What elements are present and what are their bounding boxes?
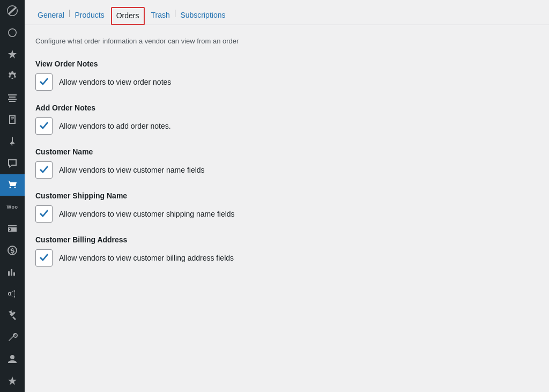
tab-products[interactable]: Products [72,6,106,25]
orders-sidebar-icon[interactable] [0,174,25,196]
analytics-icon[interactable] [0,261,25,283]
checkbox-add-order-notes[interactable] [35,117,53,135]
paint-icon[interactable] [0,22,25,44]
tab-subscriptions[interactable]: Subscriptions [178,6,227,25]
users-icon[interactable] [0,349,25,371]
content-area: Configure what order information a vendo… [25,36,549,290]
tab-trash[interactable]: Trash [149,6,172,25]
tab-general[interactable]: General [35,6,66,25]
page-description: Configure what order information a vendo… [35,36,538,47]
tab-navigation: General | Products Orders Trash | Subscr… [25,0,549,25]
setting-customer-billing-address: Customer Billing Address Allow vendors t… [35,235,538,267]
checkmark-icon [39,253,49,263]
setting-customer-shipping-name: Customer Shipping Name Allow vendors to … [35,191,538,223]
setting-title-customer-shipping-name: Customer Shipping Name [35,191,538,200]
setting-label-customer-shipping-name: Allow vendors to view customer shipping … [59,210,235,218]
setting-row-customer-billing-address: Allow vendors to view customer billing a… [35,249,538,267]
wrench-icon[interactable] [0,327,25,349]
sidebar: Woo [0,0,25,392]
megaphone-icon[interactable] [0,283,25,305]
setting-label-customer-name: Allow vendors to view customer name fiel… [59,166,205,174]
thumbtack-icon[interactable] [0,131,25,153]
checkmark-icon [39,165,49,175]
setting-row-customer-name: Allow vendors to view customer name fiel… [35,161,538,179]
setting-add-order-notes: Add Order Notes Allow vendors to add ord… [35,103,538,135]
setting-customer-name: Customer Name Allow vendors to view cust… [35,147,538,179]
comments-icon[interactable] [0,152,25,174]
setting-row-customer-shipping-name: Allow vendors to view customer shipping … [35,205,538,223]
tab-orders[interactable]: Orders [111,7,145,25]
checkbox-view-order-notes[interactable] [35,73,53,91]
separator-4: | [174,9,176,22]
setting-label-customer-billing-address: Allow vendors to view customer billing a… [59,254,234,262]
setting-row-add-order-notes: Allow vendors to add order notes. [35,117,538,135]
setting-title-customer-billing-address: Customer Billing Address [35,235,538,244]
setting-view-order-notes: View Order Notes Allow vendors to view o… [35,60,538,91]
woo-text: Woo [7,204,18,210]
checkmark-icon [39,209,49,219]
checkbox-customer-shipping-name[interactable] [35,205,53,223]
woo-sidebar-icon[interactable]: Woo [0,196,25,218]
setting-row-view-order-notes: Allow vendors to view order notes [35,73,538,91]
pages-icon[interactable] [0,109,25,131]
checkbox-customer-billing-address[interactable] [35,249,53,267]
separator-1: | [69,9,71,22]
checkbox-customer-name[interactable] [35,161,53,179]
setting-label-view-order-notes: Allow vendors to view order notes [59,78,171,86]
payments-icon[interactable] [0,218,25,240]
setting-title-view-order-notes: View Order Notes [35,60,538,68]
setting-title-customer-name: Customer Name [35,147,538,156]
pin-icon[interactable] [0,43,25,65]
tools-icon[interactable] [0,305,25,327]
checkmark-icon [39,121,49,131]
setting-title-add-order-notes: Add Order Notes [35,103,538,112]
gear-icon[interactable] [0,65,25,87]
dollar-icon[interactable] [0,240,25,262]
setting-label-add-order-notes: Allow vendors to add order notes. [59,122,171,130]
checkmark-icon [39,77,49,87]
main-content: General | Products Orders Trash | Subscr… [25,0,549,392]
wordpress-icon[interactable] [0,0,25,22]
spanner-icon[interactable] [0,370,25,392]
products-sidebar-icon[interactable] [0,87,25,109]
